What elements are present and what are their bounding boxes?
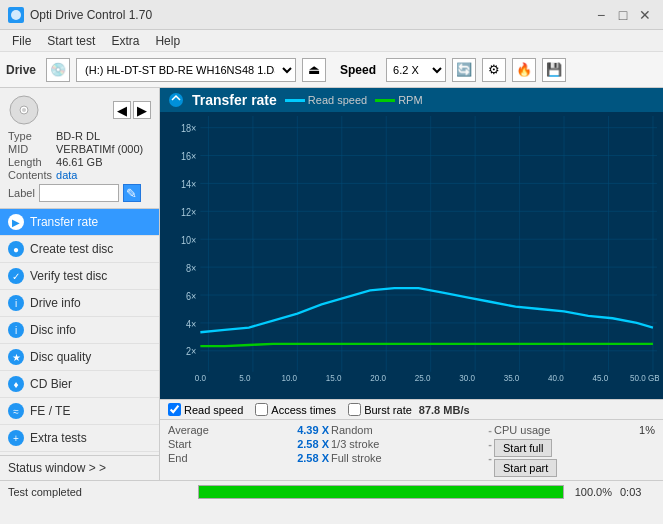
svg-text:20.0: 20.0 xyxy=(370,373,386,384)
svg-text:10×: 10× xyxy=(181,234,197,246)
nav-transfer-rate[interactable]: ▶ Transfer rate xyxy=(0,209,159,236)
svg-text:4×: 4× xyxy=(186,318,197,330)
svg-text:35.0: 35.0 xyxy=(504,373,520,384)
svg-text:25.0: 25.0 xyxy=(415,373,431,384)
menu-bar: File Start test Extra Help xyxy=(0,30,663,52)
status-window-button[interactable]: Status window > > xyxy=(0,455,159,480)
disc-prev-button[interactable]: ◀ xyxy=(113,101,131,119)
status-text: Test completed xyxy=(8,486,190,498)
drive-icon-button[interactable]: 💿 xyxy=(46,58,70,82)
average-label: Average xyxy=(168,424,209,436)
disc-next-button[interactable]: ▶ xyxy=(133,101,151,119)
contents-label: Contents xyxy=(8,169,52,181)
disc-section: ◀ ▶ Type BD-R DL MID VERBATIMf (000) Len… xyxy=(0,88,159,209)
cd-bier-icon: ♦ xyxy=(8,376,24,392)
nav-create-test-disc[interactable]: ● Create test disc xyxy=(0,236,159,263)
nav-drive-info[interactable]: i Drive info xyxy=(0,290,159,317)
nav-extra-tests[interactable]: + Extra tests xyxy=(0,425,159,452)
read-speed-color xyxy=(285,99,305,102)
speed-select[interactable]: 6.2 X xyxy=(386,58,446,82)
fullstroke-row: Full stroke - xyxy=(331,451,492,465)
read-speed-checkbox-item: Read speed xyxy=(168,403,243,416)
eject-button[interactable]: ⏏ xyxy=(302,58,326,82)
start-full-button[interactable]: Start full xyxy=(494,439,552,457)
content-area: Transfer rate Read speed RPM xyxy=(160,88,663,480)
nav-drive-info-label: Drive info xyxy=(30,296,81,310)
app-title: Opti Drive Control 1.70 xyxy=(30,8,152,22)
chart-title: Transfer rate xyxy=(192,92,277,108)
chart-footer: Read speed Access times Burst rate 87.8 … xyxy=(160,399,663,480)
svg-text:15.0: 15.0 xyxy=(326,373,342,384)
disc-label-row: Label ✎ xyxy=(8,184,151,202)
end-label: End xyxy=(168,452,188,464)
fullstroke-label: Full stroke xyxy=(331,452,382,464)
average-value: 4.39 X xyxy=(297,424,329,436)
chart-svg: 18× 16× 14× 12× 10× 8× 6× 4× 2× 0.0 5.0 … xyxy=(164,116,659,395)
svg-text:18×: 18× xyxy=(181,123,197,135)
drive-select[interactable]: (H:) HL-DT-ST BD-RE WH16NS48 1.D3 xyxy=(76,58,296,82)
length-label: Length xyxy=(8,156,52,168)
chart-icon xyxy=(168,92,184,108)
start-part-button[interactable]: Start part xyxy=(494,459,557,477)
nav-disc-info-label: Disc info xyxy=(30,323,76,337)
menu-help[interactable]: Help xyxy=(147,32,188,50)
menu-start-test[interactable]: Start test xyxy=(39,32,103,50)
close-button[interactable]: ✕ xyxy=(635,5,655,25)
burn-button[interactable]: 🔥 xyxy=(512,58,536,82)
menu-file[interactable]: File xyxy=(4,32,39,50)
svg-text:10.0: 10.0 xyxy=(281,373,297,384)
nav-disc-info[interactable]: i Disc info xyxy=(0,317,159,344)
svg-text:12×: 12× xyxy=(181,206,197,218)
nav-create-test-disc-label: Create test disc xyxy=(30,242,113,256)
nav-disc-quality-label: Disc quality xyxy=(30,350,91,364)
maximize-button[interactable]: □ xyxy=(613,5,633,25)
status-bar: Test completed 100.0% 0:03 xyxy=(0,480,663,502)
main-layout: ◀ ▶ Type BD-R DL MID VERBATIMf (000) Len… xyxy=(0,88,663,480)
nav-verify-test-disc-label: Verify test disc xyxy=(30,269,107,283)
nav-disc-quality[interactable]: ★ Disc quality xyxy=(0,344,159,371)
fullstroke-value: - xyxy=(488,452,492,464)
disc-label-input[interactable] xyxy=(39,184,119,202)
label-edit-button[interactable]: ✎ xyxy=(123,184,141,202)
title-bar: Opti Drive Control 1.70 − □ ✕ xyxy=(0,0,663,30)
chart-checkboxes: Read speed Access times Burst rate 87.8 … xyxy=(160,400,663,420)
nav-cd-bier[interactable]: ♦ CD Bier xyxy=(0,371,159,398)
create-test-disc-icon: ● xyxy=(8,241,24,257)
svg-text:16×: 16× xyxy=(181,151,197,163)
svg-text:8×: 8× xyxy=(186,262,197,274)
svg-text:5.0: 5.0 xyxy=(239,373,250,384)
legend-rpm: RPM xyxy=(375,94,422,106)
end-row: End 2.58 X xyxy=(168,451,329,465)
svg-text:2×: 2× xyxy=(186,346,197,358)
svg-text:45.0: 45.0 xyxy=(593,373,609,384)
nav-extra-tests-label: Extra tests xyxy=(30,431,87,445)
stroke13-value: - xyxy=(488,438,492,450)
svg-point-3 xyxy=(22,108,26,112)
access-times-checkbox[interactable] xyxy=(255,403,268,416)
stats-col-1: Average 4.39 X Start 2.58 X End 2.58 X xyxy=(168,423,329,477)
svg-text:40.0: 40.0 xyxy=(548,373,564,384)
end-value: 2.58 X xyxy=(297,452,329,464)
svg-text:6×: 6× xyxy=(186,290,197,302)
mid-value: VERBATIMf (000) xyxy=(56,143,151,155)
menu-extra[interactable]: Extra xyxy=(103,32,147,50)
settings-button[interactable]: ⚙ xyxy=(482,58,506,82)
disc-info-grid: Type BD-R DL MID VERBATIMf (000) Length … xyxy=(8,130,151,181)
read-speed-checkbox[interactable] xyxy=(168,403,181,416)
refresh-button[interactable]: 🔄 xyxy=(452,58,476,82)
cpu-usage-row: CPU usage 1% xyxy=(494,423,655,437)
nav-verify-test-disc[interactable]: ✓ Verify test disc xyxy=(0,263,159,290)
progress-text: 100.0% xyxy=(572,486,612,498)
minimize-button[interactable]: − xyxy=(591,5,611,25)
read-speed-checkbox-label: Read speed xyxy=(184,404,243,416)
sidebar: ◀ ▶ Type BD-R DL MID VERBATIMf (000) Len… xyxy=(0,88,160,480)
window-controls: − □ ✕ xyxy=(591,5,655,25)
svg-text:50.0 GB: 50.0 GB xyxy=(630,373,659,384)
nav-section: ▶ Transfer rate ● Create test disc ✓ Ver… xyxy=(0,209,159,455)
save-button[interactable]: 💾 xyxy=(542,58,566,82)
legend-read-speed: Read speed xyxy=(285,94,367,106)
burst-rate-value: 87.8 MB/s xyxy=(419,404,470,416)
nav-transfer-rate-label: Transfer rate xyxy=(30,215,98,229)
burst-rate-checkbox[interactable] xyxy=(348,403,361,416)
nav-fe-te[interactable]: ≈ FE / TE xyxy=(0,398,159,425)
